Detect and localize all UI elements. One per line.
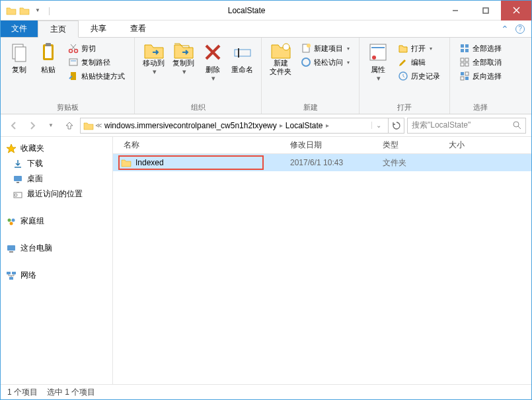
svg-rect-36 xyxy=(461,72,464,75)
cut-button[interactable]: 剪切 xyxy=(65,42,128,55)
svg-rect-52 xyxy=(12,272,16,274)
file-tab[interactable]: 文件 xyxy=(1,20,38,37)
up-button[interactable] xyxy=(61,118,77,134)
titlebar: ▼ | LocalState xyxy=(1,1,531,20)
select-none-button[interactable]: 全部取消 xyxy=(457,56,504,69)
sidebar-recent[interactable]: 最近访问的位置 xyxy=(1,186,112,202)
col-size[interactable]: 大小 xyxy=(443,140,496,151)
ribbon-group-clipboard: 复制 粘贴 剪切 复制路径 粘贴快捷方式 剪 xyxy=(1,38,135,114)
svg-point-22 xyxy=(307,44,311,48)
svg-rect-8 xyxy=(46,43,51,46)
ribbon: 复制 粘贴 剪切 复制路径 粘贴快捷方式 剪 xyxy=(1,38,531,114)
svg-rect-1 xyxy=(483,8,488,13)
sidebar-thispc[interactable]: 这台电脑 xyxy=(1,241,112,256)
recent-dropdown[interactable]: ▼ xyxy=(43,118,59,134)
properties-button[interactable]: 属性▾ xyxy=(363,40,393,84)
svg-rect-44 xyxy=(14,192,22,198)
svg-rect-31 xyxy=(465,49,469,52)
ribbon-collapse-icon[interactable]: ⌃ xyxy=(501,24,509,34)
sidebar: 收藏夹 下载 桌面 最近访问的位置 家庭组 这台电 xyxy=(1,137,113,384)
crumb-1[interactable]: LocalState xyxy=(284,121,324,130)
svg-rect-50 xyxy=(9,251,13,253)
address-bar: ▼ ≪ windows.immersivecontrolpanel_cw5n1h… xyxy=(1,114,531,137)
col-type[interactable]: 类型 xyxy=(377,140,443,151)
search-input[interactable]: 搜索"LocalState" xyxy=(407,118,526,134)
svg-rect-42 xyxy=(14,176,22,181)
tab-home[interactable]: 主页 xyxy=(38,20,79,38)
svg-rect-33 xyxy=(465,58,469,61)
breadcrumb[interactable]: ≪ windows.immersivecontrolpanel_cw5n1h2t… xyxy=(80,118,389,134)
refresh-button[interactable] xyxy=(389,118,404,134)
status-selected: 选中 1 个项目 xyxy=(47,387,95,398)
qat-new-folder-icon[interactable] xyxy=(19,5,30,16)
invert-selection-button[interactable]: 反向选择 xyxy=(457,69,504,83)
svg-rect-5 xyxy=(15,47,26,61)
delete-button[interactable]: 删除▾ xyxy=(198,40,227,84)
open-button[interactable]: 打开▾ xyxy=(395,42,443,55)
rename-button[interactable]: 重命名 xyxy=(227,40,257,75)
sidebar-desktop[interactable]: 桌面 xyxy=(1,171,112,186)
svg-rect-49 xyxy=(7,245,15,251)
svg-rect-7 xyxy=(45,46,52,58)
folder-icon xyxy=(121,158,132,167)
svg-rect-34 xyxy=(461,63,464,66)
svg-point-47 xyxy=(12,218,15,221)
svg-rect-29 xyxy=(465,44,469,48)
file-row[interactable]: Indexed 2017/6/1 10:43 文件夹 xyxy=(113,154,531,171)
main-area: 收藏夹 下载 桌面 最近访问的位置 家庭组 这台电 xyxy=(1,137,531,384)
column-headers[interactable]: 名称 修改日期 类型 大小 xyxy=(113,137,531,154)
file-type: 文件夹 xyxy=(377,157,443,169)
svg-rect-38 xyxy=(461,77,464,80)
svg-rect-51 xyxy=(7,272,11,274)
file-list[interactable]: Indexed 2017/6/1 10:43 文件夹 xyxy=(113,154,531,384)
sidebar-downloads[interactable]: 下载 xyxy=(1,156,112,171)
new-item-button[interactable]: 新建项目▾ xyxy=(298,42,352,55)
paste-button[interactable]: 粘贴 xyxy=(34,40,63,75)
ribbon-tabs: 文件 主页 共享 查看 ⌃ ? xyxy=(1,20,531,38)
svg-point-46 xyxy=(8,218,11,221)
file-date: 2017/6/1 10:43 xyxy=(285,158,377,167)
history-button[interactable]: 历史记录 xyxy=(395,69,443,83)
svg-point-45 xyxy=(15,194,17,196)
back-button[interactable] xyxy=(6,118,22,134)
svg-rect-35 xyxy=(465,63,469,66)
svg-line-11 xyxy=(71,44,76,50)
move-to-button[interactable]: 移动到▾ xyxy=(139,40,169,77)
svg-point-48 xyxy=(10,221,13,225)
ribbon-group-open: 属性▾ 打开▾ 编辑 历史记录 打开 xyxy=(360,38,450,114)
svg-point-25 xyxy=(372,56,376,60)
edit-button[interactable]: 编辑 xyxy=(395,56,443,69)
svg-point-23 xyxy=(302,58,310,66)
svg-rect-30 xyxy=(461,49,464,52)
sidebar-homegroup[interactable]: 家庭组 xyxy=(1,214,112,229)
svg-rect-32 xyxy=(461,58,464,61)
forward-button[interactable] xyxy=(24,118,40,134)
crumb-0[interactable]: windows.immersivecontrolpanel_cw5n1h2txy… xyxy=(103,121,278,130)
col-date[interactable]: 修改日期 xyxy=(285,140,377,151)
paste-shortcut-button[interactable]: 粘贴快捷方式 xyxy=(65,69,128,83)
sidebar-network[interactable]: 网络 xyxy=(1,268,112,283)
tab-view[interactable]: 查看 xyxy=(118,20,158,37)
qat-dropdown-icon[interactable]: ▼ xyxy=(32,5,43,16)
svg-rect-18 xyxy=(235,50,250,56)
col-name[interactable]: 名称 xyxy=(113,140,285,151)
svg-rect-43 xyxy=(17,182,19,183)
svg-point-20 xyxy=(283,44,289,50)
minimize-button[interactable] xyxy=(440,1,471,20)
copy-button[interactable]: 复制 xyxy=(5,40,34,75)
folder-app-icon xyxy=(6,5,17,16)
maximize-button[interactable] xyxy=(471,1,501,20)
easy-access-button[interactable]: 轻松访问▾ xyxy=(298,56,352,69)
copy-path-button[interactable]: 复制路径 xyxy=(65,56,128,69)
help-icon[interactable]: ? xyxy=(515,24,525,34)
svg-rect-37 xyxy=(465,72,469,75)
svg-rect-28 xyxy=(461,44,464,48)
svg-point-10 xyxy=(75,50,78,53)
select-all-button[interactable]: 全部选择 xyxy=(457,42,504,55)
ribbon-group-new: 新建 文件夹 新建项目▾ 轻松访问▾ 新建 xyxy=(262,38,360,114)
new-folder-button[interactable]: 新建 文件夹 xyxy=(266,40,295,77)
tab-share[interactable]: 共享 xyxy=(79,20,118,37)
sidebar-favorites[interactable]: 收藏夹 xyxy=(1,141,112,156)
copy-to-button[interactable]: 复制到▾ xyxy=(169,40,198,77)
close-button[interactable] xyxy=(501,1,531,20)
